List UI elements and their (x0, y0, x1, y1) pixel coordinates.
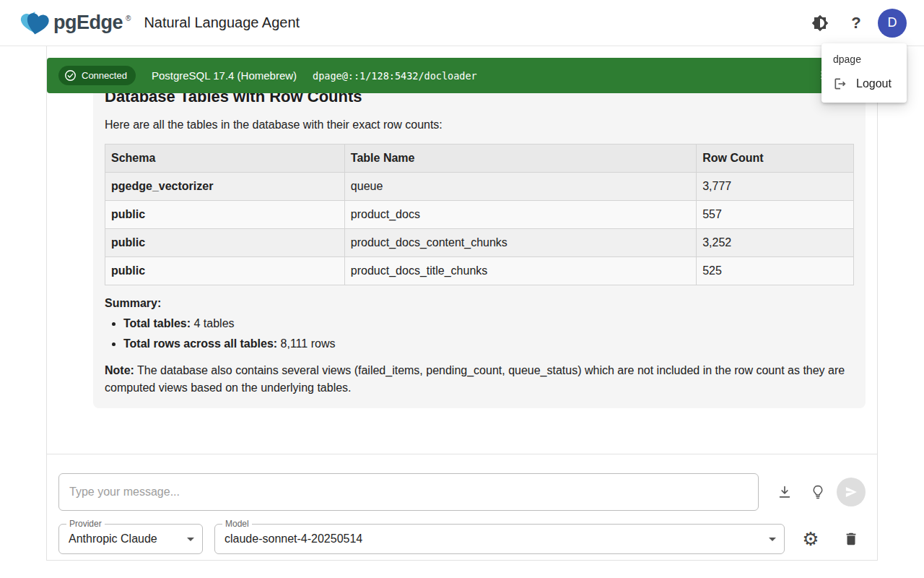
connected-badge: Connected (58, 66, 136, 85)
brand-registered-mark: ® (126, 14, 131, 22)
note-label: Note: (105, 364, 134, 376)
server-version: PostgreSQL 17.4 (Homebrew) (152, 69, 297, 82)
gear-icon: ⚙ (802, 530, 819, 548)
tips-button[interactable] (803, 478, 832, 506)
table-row: public product_docs_content_chunks 3,252 (105, 229, 854, 257)
chat-container: Connected PostgreSQL 17.4 (Homebrew) dpa… (46, 46, 878, 561)
check-circle-icon (64, 69, 77, 82)
theme-toggle-button[interactable] (806, 9, 834, 38)
table-header-row: Schema Table Name Row Count (105, 144, 854, 173)
row-count-cell: 3,777 (697, 173, 854, 201)
page-title: Natural Language Agent (144, 14, 300, 31)
logout-icon (833, 77, 847, 91)
brightness-icon (811, 14, 829, 32)
row-count-cell: 3,252 (697, 229, 854, 257)
avatar-letter: D (888, 15, 897, 30)
provider-select-label: Provider (66, 519, 105, 529)
help-icon: ? (851, 14, 860, 33)
help-button[interactable]: ? (842, 9, 871, 38)
message-input[interactable] (58, 473, 759, 511)
row-counts-table: Schema Table Name Row Count pgedge_vecto… (105, 144, 854, 285)
settings-button[interactable]: ⚙ (796, 525, 825, 553)
user-avatar[interactable]: D (878, 9, 907, 38)
message-heading: Database Tables with Row Counts (105, 93, 854, 106)
column-header: Table Name (344, 144, 696, 173)
message-list: Database Tables with Row Counts Here are… (47, 93, 877, 454)
input-row (58, 473, 866, 511)
list-item: Total rows across all tables: 8,111 rows (123, 337, 854, 350)
menu-username: dpage (821, 49, 907, 71)
user-menu: dpage Logout (821, 43, 907, 103)
summary-heading: Summary: (105, 297, 854, 310)
bullet-value: 8,111 rows (277, 337, 335, 350)
model-select[interactable]: Model claude-sonnet-4-20250514 (214, 524, 785, 554)
column-header: Row Count (697, 144, 854, 173)
connected-label: Connected (82, 70, 127, 81)
app-header: pgEdge ® Natural Language Agent ? D (0, 0, 924, 46)
logout-label: Logout (856, 77, 892, 90)
trash-icon (843, 531, 859, 547)
download-icon (777, 484, 793, 500)
table-name-cell: queue (344, 173, 696, 201)
pgedge-logo: pgEdge ® (17, 10, 131, 36)
schema-cell: public (105, 257, 345, 285)
summary-list: Total tables: 4 tables Total rows across… (123, 317, 854, 350)
chevron-down-icon (769, 538, 776, 541)
schema-cell: public (105, 201, 345, 229)
provider-select-value: Anthropic Claude (69, 532, 157, 545)
bullet-value: 4 tables (191, 317, 234, 329)
table-row: public product_docs_title_chunks 525 (105, 257, 854, 285)
logout-menu-item[interactable]: Logout (821, 71, 907, 97)
table-row: pgedge_vectorizer queue 3,777 (105, 173, 854, 201)
note-text: The database also contains several views… (105, 364, 845, 394)
note-paragraph: Note: The database also contains several… (105, 362, 854, 397)
lightbulb-icon (810, 484, 826, 500)
model-select-label: Model (222, 519, 252, 529)
brand-name: pgEdge (53, 12, 123, 34)
header-actions: ? D (806, 9, 907, 38)
clear-chat-button[interactable] (837, 525, 866, 553)
send-button[interactable] (837, 478, 866, 506)
row-count-cell: 557 (697, 201, 854, 229)
table-name-cell: product_docs_content_chunks (344, 229, 696, 257)
table-row: public product_docs 557 (105, 201, 854, 229)
message-intro: Here are all the tables in the database … (105, 116, 854, 134)
bullet-label: Total rows across all tables: (123, 337, 277, 350)
pgedge-logo-icon (17, 10, 51, 36)
bullet-label: Total tables: (123, 317, 191, 329)
provider-select[interactable]: Provider Anthropic Claude (58, 524, 203, 554)
assistant-message: Database Tables with Row Counts Here are… (93, 93, 866, 408)
send-icon (844, 485, 858, 499)
download-button[interactable] (770, 478, 799, 506)
composer: Provider Anthropic Claude Model claude-s… (47, 454, 877, 560)
model-controls-row: Provider Anthropic Claude Model claude-s… (58, 524, 866, 554)
model-select-value: claude-sonnet-4-20250514 (225, 532, 362, 545)
schema-cell: public (105, 229, 345, 257)
table-name-cell: product_docs_title_chunks (344, 257, 696, 285)
list-item: Total tables: 4 tables (123, 317, 854, 330)
schema-cell: pgedge_vectorizer (105, 173, 345, 201)
column-header: Schema (105, 144, 345, 173)
connection-string: dpage@::1/128:5432/docloader (313, 70, 477, 82)
connection-status-bar: Connected PostgreSQL 17.4 (Homebrew) dpa… (47, 58, 877, 93)
table-name-cell: product_docs (344, 201, 696, 229)
chevron-down-icon (187, 538, 194, 541)
row-count-cell: 525 (697, 257, 854, 285)
